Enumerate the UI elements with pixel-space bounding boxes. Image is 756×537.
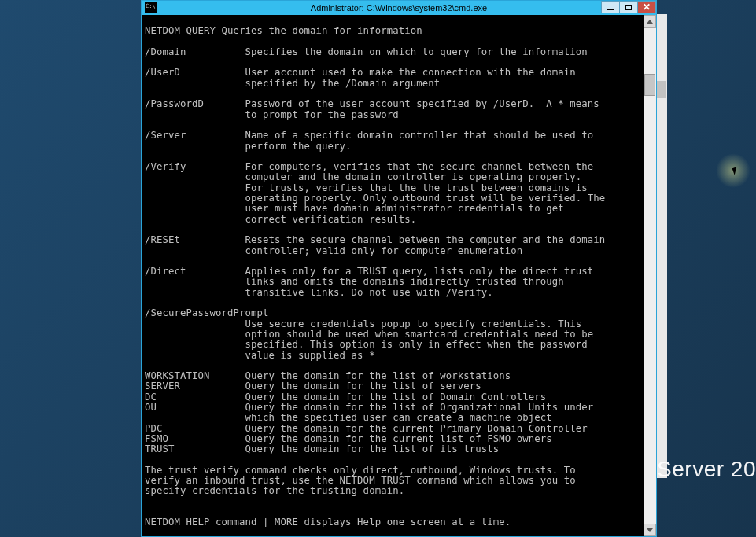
console-output[interactable]: NETDOM QUERY Queries the domain for info… xyxy=(142,24,644,526)
maximize-button[interactable] xyxy=(619,1,638,13)
background-window-scrollbar xyxy=(656,14,667,478)
scrollbar-thumb[interactable] xyxy=(644,74,655,96)
titlebar[interactable]: Administrator: C:\Windows\system32\cmd.e… xyxy=(142,1,656,15)
scrollbar-down-button[interactable] xyxy=(644,524,656,536)
scrollbar-up-button[interactable] xyxy=(644,15,656,28)
window-title: Administrator: C:\Windows\system32\cmd.e… xyxy=(142,3,656,13)
window-controls: ✕ xyxy=(602,1,656,15)
arrow-up-icon xyxy=(647,20,653,24)
background-scrollbar-thumb xyxy=(657,81,666,98)
cmd-window: Administrator: C:\Windows\system32\cmd.e… xyxy=(141,0,657,537)
desktop: ws Server 20 Administrator: C:\Windows\s… xyxy=(0,0,756,537)
close-icon: ✕ xyxy=(643,3,651,11)
system-menu-icon[interactable] xyxy=(145,2,157,13)
cursor-highlight xyxy=(716,153,750,188)
vertical-scrollbar[interactable] xyxy=(644,15,656,536)
client-area: NETDOM QUERY Queries the domain for info… xyxy=(142,15,656,536)
maximize-icon xyxy=(625,5,632,10)
minimize-icon xyxy=(607,9,614,10)
minimize-button[interactable] xyxy=(601,1,620,13)
arrow-down-icon xyxy=(647,528,653,532)
close-button[interactable]: ✕ xyxy=(637,1,656,13)
